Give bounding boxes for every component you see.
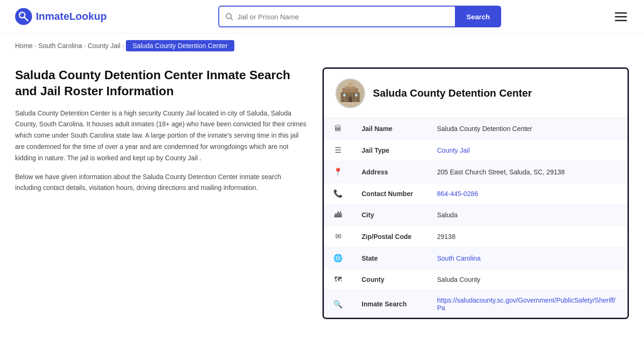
main-content: Saluda County Detention Center Inmate Se… [0,58,644,338]
row-icon: 📞 [324,183,352,205]
card-header: Saluda County Detention Center [324,69,627,118]
header: InmateLookup Search [0,0,644,33]
table-row: 🏛Jail NameSaluda County Detention Center [324,118,627,140]
chevron-icon-2: › [84,42,86,49]
search-icon [225,12,233,21]
row-icon: 🏛 [324,118,352,140]
hamburger-menu[interactable] [613,10,629,23]
facility-avatar [335,78,365,108]
svg-rect-9 [348,83,352,87]
chevron-icon-3: › [122,42,124,49]
logo-part1: Inmate [36,10,69,22]
table-row: 📞Contact Number864-445-0286 [324,183,627,205]
row-value: 205 East Church Street, Saluda, SC, 2913… [428,161,627,183]
row-value: 29138 [428,226,627,247]
row-value[interactable]: South Carolina [428,247,627,269]
search-input-wrapper [218,6,455,27]
breadcrumb-type[interactable]: County Jail [88,42,120,49]
svg-point-0 [15,8,32,25]
breadcrumb-current: Saluda County Detention Center [126,40,234,51]
row-label: Address [352,161,428,183]
hamburger-line3 [615,20,627,21]
svg-rect-11 [346,92,348,103]
row-value[interactable]: 864-445-0286 [428,183,627,205]
row-value-link[interactable]: County Jail [437,147,470,154]
table-row: ☰Jail TypeCounty Jail [324,140,627,161]
svg-rect-16 [340,102,361,104]
card-title: Saluda County Detention Center [373,87,532,99]
row-value-link[interactable]: https://saludacounty.sc.gov/Government/P… [437,296,615,312]
search-bar: Search [218,6,501,27]
svg-line-4 [231,18,232,20]
row-value: Saluda County Detention Center [428,118,627,140]
svg-rect-15 [348,97,352,103]
page-description-1: Saluda County Detention Center is a high… [15,108,307,164]
info-table: 🏛Jail NameSaluda County Detention Center… [324,118,627,318]
row-label: State [352,247,428,269]
hamburger-line2 [615,16,627,17]
search-input[interactable] [237,13,449,21]
svg-rect-18 [343,94,346,97]
page-description-2: Below we have given information about th… [15,172,307,194]
svg-rect-19 [355,94,357,97]
left-column: Saluda County Detention Center Inmate Se… [15,67,307,201]
svg-rect-13 [353,92,355,103]
row-icon: ☰ [324,140,352,161]
row-icon: 📍 [324,161,352,183]
breadcrumb-home[interactable]: Home [15,42,33,49]
row-label: Jail Name [352,118,428,140]
row-value-link[interactable]: 864-445-0286 [437,190,478,197]
breadcrumb: Home › South Carolina › County Jail › Sa… [0,33,644,58]
table-row: ✉Zip/Postal Code29138 [324,226,627,247]
breadcrumb-state[interactable]: South Carolina [38,42,82,49]
row-icon: 🏙 [324,205,352,226]
hamburger-line1 [615,12,627,14]
logo-link[interactable]: InmateLookup [15,8,107,25]
row-value[interactable]: https://saludacounty.sc.gov/Government/P… [428,290,627,318]
row-label: Jail Type [352,140,428,161]
table-row: 🏙CitySaluda [324,205,627,226]
row-value: Saluda [428,205,627,226]
search-button[interactable]: Search [455,6,501,27]
svg-rect-17 [339,104,363,105]
table-row: 🌐StateSouth Carolina [324,247,627,269]
table-row: 🗺CountySaluda County [324,269,627,290]
table-row: 🔍Inmate Searchhttps://saludacounty.sc.go… [324,290,627,318]
logo-icon [15,8,32,25]
right-column: Saluda County Detention Center 🏛Jail Nam… [322,67,629,319]
chevron-icon-1: › [34,42,36,49]
table-row: 📍Address205 East Church Street, Saluda, … [324,161,627,183]
row-value: Saluda County [428,269,627,290]
logo-part2: Lookup [69,10,107,22]
row-value-link[interactable]: South Carolina [437,255,481,262]
row-label: Zip/Postal Code [352,226,428,247]
row-icon: ✉ [324,226,352,247]
logo-text: InmateLookup [36,10,107,23]
row-icon: 🔍 [324,290,352,318]
row-label: County [352,269,428,290]
row-label: Inmate Search [352,290,428,318]
row-label: Contact Number [352,183,428,205]
page-title: Saluda County Detention Center Inmate Se… [15,67,307,99]
row-label: City [352,205,428,226]
row-icon: 🗺 [324,269,352,290]
row-value[interactable]: County Jail [428,140,627,161]
facility-image [336,79,364,107]
info-card: Saluda County Detention Center 🏛Jail Nam… [322,67,629,319]
row-icon: 🌐 [324,247,352,269]
